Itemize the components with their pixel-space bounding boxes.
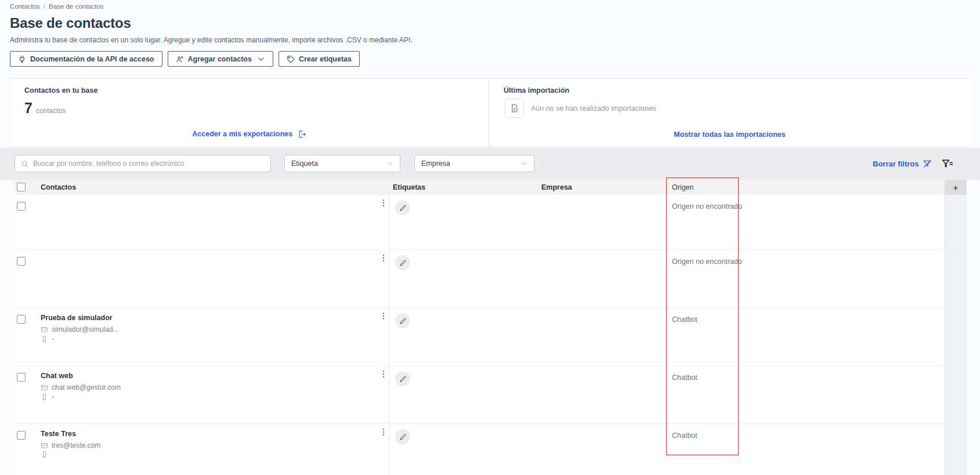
breadcrumb-current: Base de contactos — [49, 3, 104, 10]
chevron-down-icon — [386, 160, 393, 167]
email-icon — [41, 326, 48, 333]
breadcrumb: Contactos/Base de contactos — [10, 3, 104, 10]
search-input[interactable] — [33, 159, 265, 168]
contacts-count-number: 7 — [24, 100, 32, 116]
table-row: Origen no encontrado — [15, 195, 967, 250]
table-row: Chat web chat web@gestor.com - Chatbot — [15, 366, 967, 424]
column-header-company[interactable]: Empresa — [541, 183, 572, 191]
edit-tags-button[interactable] — [395, 200, 410, 215]
row-checkbox[interactable] — [17, 431, 26, 440]
contact-name[interactable]: Teste Tres — [41, 430, 76, 438]
kebab-menu-icon — [379, 427, 388, 437]
contact-phone-text: - — [52, 393, 54, 401]
contact-phone-text: - — [52, 335, 54, 343]
contact-name[interactable]: Chat web — [41, 372, 73, 380]
row-checkbox[interactable] — [17, 257, 26, 266]
add-column-strip — [945, 308, 967, 365]
edit-pencil-icon — [399, 375, 407, 383]
table-row: Prueba de simulador simulador@simulad...… — [15, 308, 967, 366]
summary-panel: Contactos en tu base 7contactos Acceder … — [10, 78, 970, 147]
add-column-strip — [945, 424, 967, 475]
email-icon — [41, 384, 48, 391]
toolbar: Documentación de la API de acceso Agrega… — [10, 51, 360, 67]
contacts-table: Contactos Etiquetas Empresa Origen + Ori… — [15, 180, 967, 475]
add-contacts-label: Agregar contactos — [188, 55, 252, 63]
kebab-menu-icon — [379, 253, 388, 263]
contact-email-text: simulador@simulad... — [52, 325, 119, 333]
export-link[interactable]: Acceder a mis exportaciones — [10, 130, 489, 139]
select-all-checkbox[interactable] — [17, 183, 26, 191]
column-header-origin[interactable]: Origen — [672, 183, 694, 191]
contacts-page: Contactos/Base de contactos Base de cont… — [0, 0, 980, 475]
origin-value: Origen no encontrado — [672, 258, 742, 266]
column-divider — [389, 195, 389, 249]
page-title: Base de contactos — [10, 15, 131, 31]
row-checkbox[interactable] — [17, 373, 26, 382]
edit-tags-button[interactable] — [395, 255, 410, 270]
export-link-label: Acceder a mis exportaciones — [192, 130, 292, 138]
plug-icon — [18, 55, 26, 63]
edit-pencil-icon — [399, 433, 407, 441]
export-icon — [298, 130, 306, 139]
api-docs-button[interactable]: Documentación de la API de acceso — [10, 51, 162, 67]
column-divider — [389, 424, 389, 475]
edit-tags-button[interactable] — [395, 313, 410, 328]
table-row: Teste Tres tres@teste.com Chatbot — [15, 424, 967, 475]
tag-filter-label: Etiqueta — [291, 159, 318, 168]
contacts-card-title: Contactos en tu base — [24, 86, 97, 95]
clear-filters-link[interactable]: Borrar filtros — [873, 159, 932, 168]
search-icon — [21, 160, 28, 168]
contact-phone: - — [41, 335, 54, 343]
column-divider — [389, 250, 389, 307]
origin-value: Chatbot — [672, 316, 697, 324]
clear-filter-icon — [923, 159, 932, 168]
origin-value: Chatbot — [672, 432, 697, 440]
search-box — [15, 155, 271, 172]
breadcrumb-separator: / — [44, 3, 45, 10]
phone-icon — [41, 335, 48, 343]
contact-email: tres@teste.com — [41, 441, 100, 449]
contacts-count: 7contactos — [24, 100, 66, 117]
contact-email-text: chat web@gestor.com — [52, 383, 121, 391]
add-column-strip — [945, 195, 967, 249]
chevron-down-icon — [520, 160, 527, 167]
row-checkbox[interactable] — [17, 202, 26, 211]
contact-name[interactable]: Prueba de simulador — [41, 314, 113, 322]
kebab-menu-icon — [379, 311, 388, 321]
edit-tags-button[interactable] — [395, 371, 410, 386]
contact-phone — [41, 451, 52, 458]
import-card-title: Última importación — [504, 86, 569, 95]
edit-pencil-icon — [399, 317, 407, 325]
breadcrumb-contactos[interactable]: Contactos — [10, 3, 40, 10]
page-subtitle: Administra tu base de contactos en un so… — [10, 36, 413, 44]
table-header: Contactos Etiquetas Empresa Origen + — [15, 180, 967, 195]
edit-pencil-icon — [399, 204, 407, 212]
add-column-button[interactable]: + — [945, 180, 967, 195]
email-icon — [41, 442, 48, 449]
filter-settings-icon[interactable] — [942, 158, 954, 169]
edit-tags-button[interactable] — [395, 429, 410, 444]
create-tags-label: Crear etiquetas — [299, 55, 352, 63]
contact-email-text: tres@teste.com — [52, 441, 100, 449]
kebab-menu-icon — [379, 198, 388, 208]
create-tags-button[interactable]: Crear etiquetas — [279, 51, 360, 67]
contact-email: simulador@simulad... — [41, 325, 119, 333]
column-header-tags[interactable]: Etiquetas — [393, 183, 425, 191]
row-checkbox[interactable] — [17, 315, 26, 324]
tag-icon — [287, 55, 295, 63]
phone-icon — [41, 393, 48, 401]
company-filter-select[interactable]: Empresa — [414, 155, 534, 172]
origin-value: Chatbot — [672, 374, 697, 382]
edit-pencil-icon — [399, 259, 407, 267]
tag-filter-select[interactable]: Etiqueta — [284, 155, 400, 172]
api-docs-label: Documentación de la API de acceso — [30, 55, 154, 63]
add-column-strip — [945, 366, 967, 423]
show-imports-link[interactable]: Mostrar todas las importaciones — [489, 130, 970, 139]
column-header-contacts[interactable]: Contactos — [41, 183, 76, 191]
add-column-strip — [945, 250, 967, 307]
document-icon — [505, 99, 524, 118]
add-contacts-button[interactable]: Agregar contactos — [168, 51, 273, 67]
chevron-down-icon — [257, 55, 265, 63]
contact-phone: - — [41, 393, 54, 401]
company-filter-label: Empresa — [421, 159, 450, 168]
